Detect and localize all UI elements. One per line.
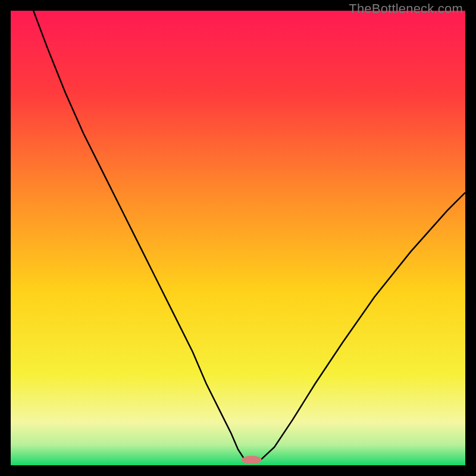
minimum-marker: [242, 456, 262, 464]
bottleneck-chart: [11, 11, 465, 465]
gradient-background: [11, 11, 465, 465]
chart-frame: [11, 11, 465, 465]
watermark-text: TheBottleneck.com: [349, 1, 463, 17]
